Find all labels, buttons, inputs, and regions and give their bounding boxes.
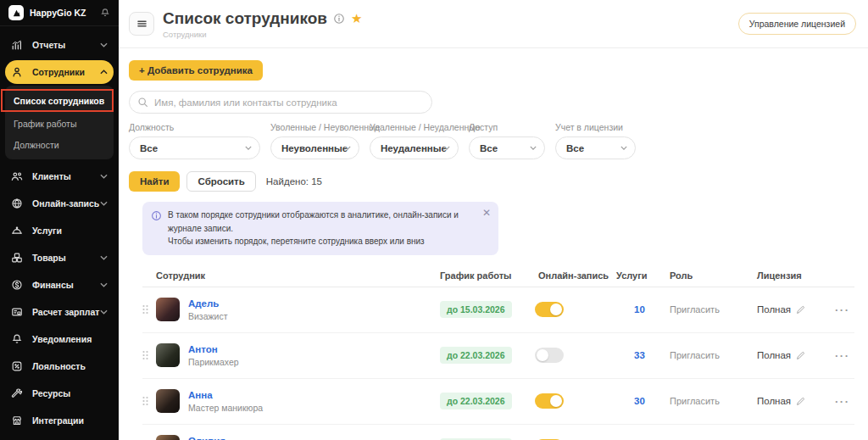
col-license: Лицензия	[750, 270, 835, 281]
position-select[interactable]: Все	[129, 136, 260, 159]
filter-access: Доступ Все	[469, 122, 545, 159]
edit-pencil-icon[interactable]	[796, 351, 805, 360]
col-services: Услуги	[616, 270, 663, 281]
sidebar-item-payroll[interactable]: Расчет зарплат	[5, 298, 114, 326]
row-actions-menu[interactable]: ···	[835, 304, 850, 316]
globe-icon	[11, 198, 24, 210]
schedule-chip[interactable]: до 22.03.2026	[440, 347, 512, 364]
employee-name-link[interactable]: Анна	[188, 390, 263, 400]
sidebar-item-label: Лояльность	[32, 361, 108, 371]
submenu-item-work-schedule[interactable]: График работы	[5, 113, 114, 134]
invite-link[interactable]: Пригласить	[663, 396, 750, 406]
favorite-star-icon[interactable]: ★	[351, 12, 362, 25]
license-value: Полная	[757, 350, 791, 360]
sidebar-item-label: Услуги	[32, 226, 108, 236]
select-value: Все	[566, 143, 584, 153]
sidebar-item-employees[interactable]: Сотрудники	[5, 60, 114, 84]
row-actions-menu[interactable]: ···	[835, 349, 850, 362]
chevron-down-icon	[620, 146, 627, 150]
services-count-link[interactable]: 30	[616, 396, 663, 406]
notifications-bell-icon[interactable]	[100, 8, 110, 18]
banner-line2: Чтобы изменить порядок, перетяните сотру…	[168, 235, 476, 248]
info-icon[interactable]	[333, 13, 345, 25]
drag-handle-icon[interactable]	[142, 304, 156, 315]
row-actions-menu[interactable]: ···	[835, 395, 850, 408]
add-employee-button[interactable]: + Добавить сотрудника	[129, 60, 263, 81]
edit-pencil-icon[interactable]	[796, 305, 805, 315]
sidebar-item-label: Онлайн-запись	[32, 198, 100, 209]
drag-handle-icon[interactable]	[142, 350, 156, 360]
dollar-coin-icon	[11, 279, 24, 292]
info-banner: В таком порядке сотрудники отображаются …	[142, 202, 498, 255]
table-row: Анна Мастер маникюра до 22.03.2026 30 Пр…	[142, 379, 854, 425]
employee-name-link[interactable]: Антон	[188, 344, 239, 354]
sidebar-item-goods[interactable]: Товары	[5, 244, 114, 271]
sidebar-item-label: Финансы	[32, 280, 100, 290]
online-booking-toggle[interactable]	[535, 393, 564, 409]
select-value: Неуволенные	[281, 143, 348, 153]
employee-avatar	[156, 298, 180, 321]
invite-link[interactable]: Пригласить	[663, 350, 750, 360]
sidebar-item-label: Расчет зарплат	[32, 307, 100, 317]
license-value: Полная	[757, 304, 791, 315]
table-row: Антон Парикмахер до 22.03.2026 33 Пригла…	[142, 333, 854, 379]
chevron-down-icon	[100, 282, 108, 287]
employees-submenu: Список сотрудников График работы Должнос…	[5, 86, 114, 159]
service-bell-icon	[11, 225, 24, 237]
employee-name-link[interactable]: Адель	[188, 298, 227, 309]
close-icon[interactable]: ✕	[482, 208, 491, 218]
sidebar-item-loyalty[interactable]: Лояльность	[5, 353, 114, 380]
sidebar-item-label: Клиенты	[32, 171, 100, 181]
find-button[interactable]: Найти	[129, 171, 180, 192]
online-booking-toggle[interactable]	[535, 348, 564, 363]
deleted-select[interactable]: Неудаленные	[370, 136, 459, 159]
sidebar-item-clients[interactable]: Клиенты	[5, 163, 114, 190]
sidebar-item-label: Ресурсы	[32, 388, 108, 398]
filter-deleted: Удаленные / Неудаленные Неудаленные	[370, 122, 459, 159]
manage-license-button[interactable]: Управление лицензией	[738, 13, 856, 35]
invite-link[interactable]: Пригласить	[663, 304, 750, 315]
sidebar: HappyGio KZ Отчеты	[0, 0, 119, 440]
drag-handle-icon[interactable]	[142, 396, 156, 406]
search-input[interactable]	[129, 91, 432, 114]
sidebar-item-online-booking[interactable]: Онлайн-запись	[5, 190, 114, 217]
sidebar-item-label: Интеграции	[32, 415, 108, 426]
sidebar-nav: Отчеты Сотрудники Список сотрудников Гра…	[0, 26, 119, 434]
sidebar-item-integrations[interactable]: Интеграции	[5, 407, 114, 434]
col-online: Онлайн-запись	[531, 270, 616, 281]
submenu-item-employee-list[interactable]: Список сотрудников	[2, 90, 113, 111]
percent-square-icon	[11, 360, 24, 373]
table-row: Оливия Мастер маникюра до 22.03.2026 30 …	[142, 425, 854, 440]
edit-pencil-icon[interactable]	[796, 397, 805, 406]
employee-name-link[interactable]: Оливия	[188, 436, 263, 440]
person-icon	[11, 66, 24, 79]
storefront-icon	[11, 415, 24, 427]
employee-position: Визажист	[188, 311, 227, 321]
hamburger-menu-button[interactable]	[129, 12, 154, 36]
bell-icon	[11, 333, 24, 346]
table-row: Адель Визажист до 15.03.2026 10 Пригласи…	[142, 287, 854, 333]
sidebar-item-resources[interactable]: Ресурсы	[5, 380, 114, 407]
sidebar-item-label: Уведомления	[32, 334, 108, 344]
select-value: Неудаленные	[381, 143, 447, 153]
license-select[interactable]: Все	[555, 136, 636, 159]
sidebar-item-notifications[interactable]: Уведомления	[5, 326, 114, 353]
chevron-down-icon	[100, 42, 108, 47]
sidebar-item-finances[interactable]: Финансы	[5, 271, 114, 298]
schedule-chip[interactable]: до 15.03.2026	[440, 301, 512, 318]
access-select[interactable]: Все	[469, 136, 545, 159]
main-area: Список сотрудников ★ Сотрудники Управлен…	[119, 0, 868, 440]
online-booking-toggle[interactable]	[535, 302, 564, 317]
submenu-item-positions[interactable]: Должности	[5, 134, 114, 155]
schedule-chip[interactable]: до 22.03.2026	[440, 393, 512, 409]
services-count-link[interactable]: 10	[616, 304, 663, 315]
services-count-link[interactable]: 33	[616, 350, 663, 360]
sidebar-item-services[interactable]: Услуги	[5, 217, 114, 244]
fired-select[interactable]: Неуволенные	[270, 136, 359, 159]
people-icon	[11, 170, 24, 183]
sidebar-item-reports[interactable]: Отчеты	[5, 31, 114, 58]
select-value: Все	[140, 143, 158, 153]
reset-button[interactable]: Сбросить	[186, 171, 255, 192]
search-icon	[137, 97, 148, 108]
employee-avatar	[156, 435, 180, 440]
